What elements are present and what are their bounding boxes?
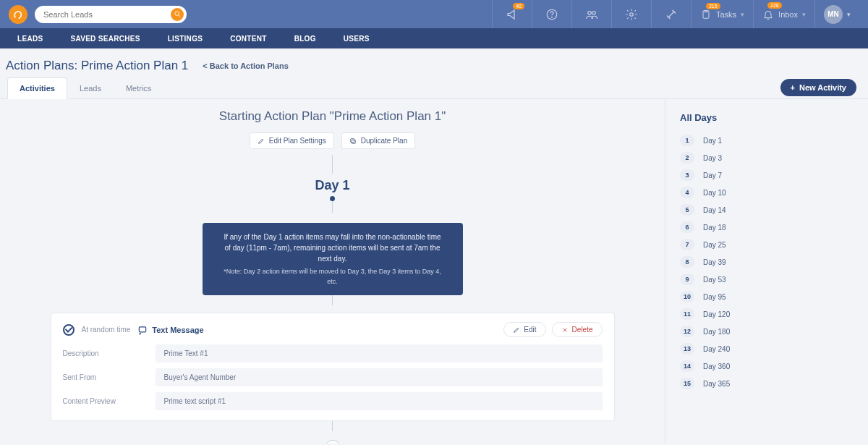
svg-line-1 [178,15,179,17]
announcements-badge: 40 [513,3,524,9]
all-days-item[interactable]: 10Day 95 [680,288,854,305]
topbar-right: 40 215 Tasks ▾ 228 Inbox ▾ MN ▾ [492,0,859,28]
main-nav: LEADS SAVED SEARCHES LISTINGS CONTENT BL… [0,28,868,48]
nav-content[interactable]: CONTENT [230,35,266,43]
svg-point-5 [592,11,596,14]
announcements-menu[interactable]: 40 [492,0,532,28]
day-label: Day 365 [703,380,730,388]
check-icon [63,324,75,336]
bell-icon [762,9,774,20]
all-days-item[interactable]: 12Day 180 [680,323,854,340]
app-logo[interactable] [9,5,27,24]
day-label: Day 120 [703,310,730,318]
tab-metrics[interactable]: Metrics [114,77,163,98]
all-days-item[interactable]: 14Day 360 [680,357,854,375]
field-value: Buyer's Agent Number [156,368,603,386]
activity-field: Sent FromBuyer's Agent Number [63,368,603,386]
day-index: 15 [680,378,694,389]
all-days-item[interactable]: 15Day 365 [680,375,854,392]
day-index: 12 [680,326,694,337]
gear-icon [625,8,638,21]
team-menu[interactable] [571,0,611,28]
day-index: 5 [680,204,694,216]
tabs: Activities Leads Metrics + New Activity [0,77,868,99]
tasks-label: Tasks [716,10,736,19]
all-days-panel: All Days 1Day 12Day 33Day 74Day 105Day 1… [665,99,868,444]
day-label: Day 180 [703,328,730,336]
all-days-item[interactable]: 7Day 25 [680,236,854,253]
timeline-column: Starting Action Plan "Prime Action Plan … [0,99,665,444]
pencil-icon [513,326,520,334]
day-label: Day 25 [703,241,726,249]
nav-leads[interactable]: LEADS [17,35,43,43]
all-days-item[interactable]: 6Day 18 [680,219,854,236]
day1-callout: If any of the Day 1 action items may fal… [203,223,463,295]
timeline-dot [330,196,335,201]
nav-users[interactable]: USERS [344,35,370,43]
tasks-menu[interactable]: 215 Tasks ▾ [691,0,753,28]
field-value: Prime Text #1 [156,344,603,363]
all-days-item[interactable]: 5Day 14 [680,201,854,219]
help-icon [545,8,558,21]
all-days-item[interactable]: 11Day 120 [680,305,854,323]
all-days-item[interactable]: 9Day 53 [680,271,854,288]
all-days-item[interactable]: 8Day 39 [680,253,854,271]
plan-actions: Edit Plan Settings Duplicate Plan [23,132,642,149]
activity-field: Content PreviewPrime text script #1 [63,392,603,410]
nav-listings[interactable]: LISTINGS [168,35,203,43]
tasks-badge: 215 [706,3,720,9]
day-label: Day 53 [703,276,726,284]
inbox-badge: 228 [767,2,782,9]
svg-point-3 [552,17,553,17]
nav-saved-searches[interactable]: SAVED SEARCHES [70,35,140,43]
day-index: 9 [680,274,694,285]
svg-point-0 [174,12,179,16]
inbox-menu[interactable]: 228 Inbox ▾ [753,0,814,28]
search-container [35,6,187,23]
avatar: MN [824,5,843,24]
activity-field: DescriptionPrime Text #1 [63,344,603,363]
all-days-item[interactable]: 3Day 7 [680,166,854,184]
back-link[interactable]: < Back to Action Plans [203,62,289,70]
duplicate-plan-button[interactable]: Duplicate Plan [341,132,415,149]
message-icon [137,325,148,335]
logo-swirl-icon [12,9,24,20]
search-input[interactable] [43,10,171,19]
all-days-item[interactable]: 1Day 1 [680,132,854,149]
nav-blog[interactable]: BLOG [294,35,316,43]
svg-rect-10 [140,326,146,331]
pencil-icon [258,137,265,145]
edit-activity-button[interactable]: Edit [503,322,545,337]
tools-menu[interactable] [651,0,691,28]
page-header: Action Plans: Prime Action Plan 1 < Back… [0,48,868,77]
day-index: 6 [680,221,694,233]
new-activity-button[interactable]: + New Activity [780,79,856,96]
svg-rect-8 [352,140,355,143]
tab-leads[interactable]: Leads [67,77,114,98]
search-button[interactable] [171,8,184,21]
tools-icon [665,8,678,21]
svg-rect-9 [350,138,354,142]
day-index: 2 [680,152,694,164]
duplicate-plan-label: Duplicate Plan [361,137,407,145]
day-label: Day 3 [703,154,722,162]
tab-activities[interactable]: Activities [7,77,67,99]
all-days-item[interactable]: 2Day 3 [680,149,854,166]
all-days-item[interactable]: 4Day 10 [680,184,854,201]
day-label: Day 7 [703,171,722,179]
x-icon [561,326,569,334]
day-index: 3 [680,169,694,181]
delete-activity-button[interactable]: Delete [552,322,603,337]
team-icon [585,8,598,21]
add-activity-button[interactable]: + [325,440,341,444]
edit-plan-button[interactable]: Edit Plan Settings [250,132,334,149]
inbox-label: Inbox [778,10,798,19]
all-days-item[interactable]: 13Day 240 [680,340,854,357]
edit-plan-label: Edit Plan Settings [269,137,326,145]
settings-menu[interactable] [611,0,651,28]
help-menu[interactable] [532,0,571,28]
day-label: Day 14 [703,206,726,214]
account-menu[interactable]: MN ▾ [814,0,859,28]
day-index: 7 [680,239,694,250]
day-label: Day 240 [703,345,730,353]
